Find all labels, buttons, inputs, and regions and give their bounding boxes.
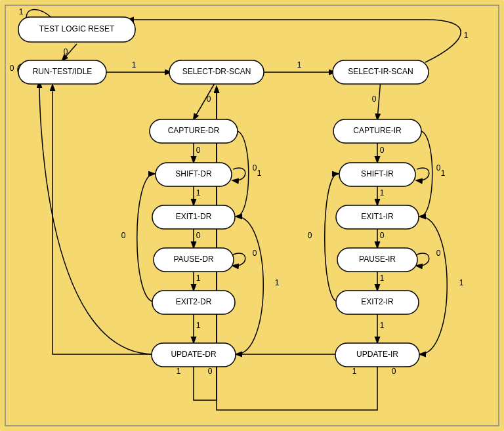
label-e2dr: EXIT2-DR xyxy=(176,297,212,306)
label-uir: UPDATE-IR xyxy=(356,350,398,359)
label-pdr: PAUSE-DR xyxy=(173,255,213,264)
svg-text:1: 1 xyxy=(177,367,181,376)
label-shir: SHIFT-IR xyxy=(361,169,394,178)
svg-text:0: 0 xyxy=(392,367,396,376)
svg-text:0: 0 xyxy=(253,249,257,258)
label-e1ir: EXIT1-IR xyxy=(361,212,394,221)
svg-text:1: 1 xyxy=(380,321,385,330)
svg-text:0: 0 xyxy=(380,231,385,240)
label-shdr: SHIFT-DR xyxy=(175,169,212,178)
svg-text:1: 1 xyxy=(464,31,469,40)
svg-text:1: 1 xyxy=(132,60,136,70)
svg-text:1: 1 xyxy=(352,367,357,376)
svg-text:0: 0 xyxy=(308,231,312,240)
svg-text:1: 1 xyxy=(297,60,302,70)
label-e2ir: EXIT2-IR xyxy=(361,297,394,306)
svg-text:0: 0 xyxy=(372,94,377,104)
svg-text:1: 1 xyxy=(459,278,464,287)
label-udr: UPDATE-DR xyxy=(171,350,216,359)
svg-text:0: 0 xyxy=(380,146,385,155)
diagram-container: 1 0 0 1 1 1 0 0 0 1 0 1 xyxy=(0,0,504,431)
svg-text:1: 1 xyxy=(275,278,280,287)
svg-text:1: 1 xyxy=(196,274,201,283)
svg-text:0: 0 xyxy=(121,231,126,240)
svg-text:0: 0 xyxy=(253,163,257,173)
svg-text:0: 0 xyxy=(64,47,68,56)
svg-text:1: 1 xyxy=(196,188,201,197)
svg-text:0: 0 xyxy=(196,146,201,155)
svg-text:0: 0 xyxy=(207,94,211,104)
label-sir: SELECT-IR-SCAN xyxy=(348,67,413,76)
label-cir: CAPTURE-IR xyxy=(353,126,402,135)
label-rti: RUN-TEST/IDLE xyxy=(33,67,93,76)
label-cdr: CAPTURE-DR xyxy=(168,126,220,135)
svg-text:0: 0 xyxy=(10,64,14,73)
svg-text:0: 0 xyxy=(196,231,201,240)
svg-text:1: 1 xyxy=(196,321,201,330)
svg-text:1: 1 xyxy=(380,274,385,283)
svg-text:0: 0 xyxy=(436,163,441,173)
svg-text:1: 1 xyxy=(380,188,385,197)
label-tlr: TEST LOGIC RESET xyxy=(39,24,115,33)
label-pir: PAUSE-IR xyxy=(359,255,396,264)
label-e1dr: EXIT1-DR xyxy=(176,212,212,221)
svg-text:1: 1 xyxy=(257,169,262,178)
svg-text:1: 1 xyxy=(441,169,446,178)
label-sdr: SELECT-DR-SCAN xyxy=(182,67,251,76)
svg-text:0: 0 xyxy=(208,367,213,376)
svg-text:0: 0 xyxy=(436,249,441,258)
svg-text:1: 1 xyxy=(19,7,24,16)
